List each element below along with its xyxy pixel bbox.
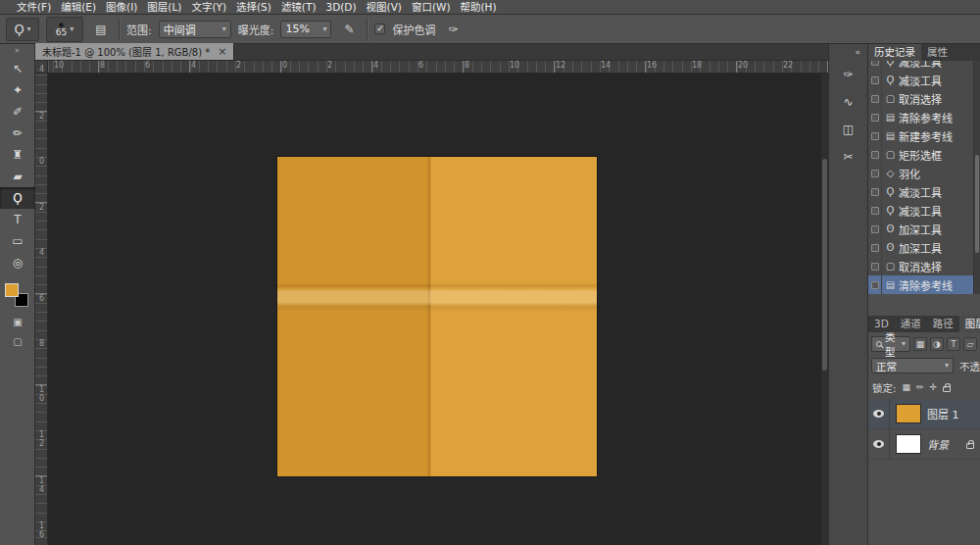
history-source-checkbox[interactable]: [871, 76, 879, 84]
history-scrollbar[interactable]: [973, 61, 980, 294]
eyedropper-tool[interactable]: ✐: [0, 101, 35, 123]
history-item[interactable]: Ϙ 减淡工具: [868, 201, 974, 220]
tool-preset-picker[interactable]: Ϙ ▾: [6, 18, 39, 41]
history-item[interactable]: ʘ 加深工具: [868, 220, 974, 238]
history-source-cell[interactable]: [868, 257, 882, 275]
history-source-cell[interactable]: [868, 126, 882, 145]
menu-item-3d[interactable]: 3D(D): [320, 0, 361, 15]
eraser-tool[interactable]: ▰: [0, 166, 35, 187]
history-source-cell[interactable]: [868, 182, 882, 201]
menu-item-image[interactable]: 图像(I): [101, 0, 142, 15]
canvas-viewport[interactable]: [48, 74, 828, 545]
tab-channels[interactable]: 通道: [895, 316, 927, 332]
menu-item-window[interactable]: 窗口(W): [407, 0, 456, 15]
foreground-color-swatch[interactable]: [5, 283, 19, 297]
filter-kind-select[interactable]: 类型 ▾: [871, 336, 910, 352]
toggle-brush-panel-button[interactable]: ▤: [90, 19, 112, 40]
filter-type-layers-icon[interactable]: T: [947, 337, 960, 351]
quick-selection-tool[interactable]: ✦: [0, 79, 35, 101]
history-item-selected[interactable]: ▤ 清除参考线: [868, 275, 974, 294]
menu-item-filter[interactable]: 滤镜(T): [276, 0, 321, 15]
visibility-cell[interactable]: [868, 429, 890, 459]
airbrush-button[interactable]: ✎: [338, 19, 360, 40]
tab-paths[interactable]: 路径: [927, 316, 959, 332]
history-source-checkbox[interactable]: [871, 263, 879, 271]
protect-tones-checkbox[interactable]: ✓: [374, 24, 385, 34]
history-item[interactable]: ◇ 羽化: [868, 164, 974, 182]
history-source-cell[interactable]: [868, 145, 882, 164]
zoom-tool[interactable]: ◎: [0, 252, 35, 273]
scrollbar-thumb[interactable]: [822, 159, 827, 371]
screen-mode-button[interactable]: ▢: [0, 332, 35, 352]
history-source-checkbox[interactable]: [871, 207, 879, 215]
menu-item-edit[interactable]: 编辑(E): [56, 0, 101, 15]
menu-item-type[interactable]: 文字(Y): [186, 0, 231, 15]
marquee-tool[interactable]: ▭: [0, 230, 35, 252]
dodge-tool[interactable]: Ϙ: [0, 187, 35, 209]
layer-row[interactable]: 图层 1: [868, 399, 980, 429]
toolbar-collapse-icon[interactable]: »: [0, 44, 34, 58]
history-item[interactable]: Ϙ 减淡工具: [868, 71, 974, 89]
menu-item-help[interactable]: 帮助(H): [456, 0, 502, 15]
filter-shape-layers-icon[interactable]: ▱: [963, 337, 977, 351]
layer-thumbnail[interactable]: [896, 404, 921, 423]
menu-item-layer[interactable]: 图层(L): [142, 0, 186, 15]
history-item[interactable]: Ϙ 减淡工具: [868, 182, 974, 201]
layer-thumbnail[interactable]: [896, 434, 921, 454]
brush-pressure-button[interactable]: ✑: [442, 19, 464, 40]
collapse-panels-icon[interactable]: «: [829, 44, 867, 59]
lock-pixels-icon[interactable]: ✏: [916, 383, 924, 392]
history-source-checkbox[interactable]: [871, 244, 879, 252]
history-source-checkbox[interactable]: [871, 132, 879, 140]
history-source-cell[interactable]: [868, 164, 882, 182]
canvas-image[interactable]: [277, 157, 597, 476]
history-source-cell[interactable]: [868, 61, 882, 71]
menu-item-file[interactable]: 文件(F): [12, 0, 56, 15]
tab-layers[interactable]: 图层: [959, 316, 980, 332]
adjustments-panel-icon[interactable]: ◫: [837, 118, 860, 141]
type-tool[interactable]: T: [0, 209, 35, 230]
history-source-cell[interactable]: [868, 71, 882, 89]
scrollbar-thumb[interactable]: [975, 155, 979, 253]
clone-stamp-tool[interactable]: ♜: [0, 144, 35, 166]
brush-tool[interactable]: ✏: [0, 123, 35, 144]
tab-properties[interactable]: 属性: [921, 44, 954, 61]
history-source-cell[interactable]: [868, 201, 882, 220]
menu-item-select[interactable]: 选择(S): [231, 0, 276, 15]
history-item[interactable]: ▤ 清除参考线: [868, 108, 974, 126]
filter-pixel-layers-icon[interactable]: ▦: [913, 337, 927, 351]
lock-position-icon[interactable]: ✛: [930, 383, 938, 392]
brush-panel-icon[interactable]: ✑: [837, 63, 860, 86]
close-tab-icon[interactable]: ×: [218, 46, 226, 57]
filter-adjustment-layers-icon[interactable]: ◑: [930, 337, 944, 351]
history-item[interactable]: ▤ 新建参考线: [868, 126, 974, 145]
history-source-checkbox[interactable]: [871, 95, 879, 103]
history-source-checkbox[interactable]: [871, 114, 879, 122]
canvas-scrollbar[interactable]: [821, 74, 828, 545]
layer-row[interactable]: 背景: [868, 429, 980, 460]
quick-mask-button[interactable]: ▣: [0, 313, 35, 332]
history-source-checkbox[interactable]: [871, 170, 879, 177]
history-source-checkbox[interactable]: [871, 188, 879, 196]
curves-panel-icon[interactable]: ∿: [837, 90, 860, 114]
history-source-checkbox[interactable]: [871, 61, 879, 66]
tab-history[interactable]: 历史记录: [868, 44, 921, 61]
lock-all-icon[interactable]: [943, 386, 951, 392]
history-source-checkbox[interactable]: [871, 151, 879, 159]
range-select[interactable]: 中间调 ▾: [159, 21, 231, 38]
move-tool[interactable]: ↖: [0, 58, 35, 79]
history-item[interactable]: ▢ 矩形选框: [868, 145, 974, 164]
history-item[interactable]: ▢ 取消选择: [868, 257, 974, 275]
visibility-cell[interactable]: [868, 399, 890, 428]
history-item[interactable]: Ϙ 减淡工具: [868, 61, 974, 71]
document-tab[interactable]: 未标题-1 @ 100% (图层 1, RGB/8) * ×: [35, 43, 234, 60]
blend-mode-select[interactable]: 正常 ▾: [871, 358, 954, 373]
history-source-cell[interactable]: [868, 108, 882, 126]
history-item[interactable]: ʘ 加深工具: [868, 238, 974, 257]
history-source-checkbox[interactable]: [871, 281, 879, 289]
history-source-checkbox[interactable]: [871, 225, 879, 233]
history-source-cell[interactable]: [868, 220, 882, 238]
history-source-cell[interactable]: [868, 275, 882, 294]
history-item[interactable]: ▢ 取消选择: [868, 89, 974, 108]
history-source-cell[interactable]: [868, 238, 882, 257]
